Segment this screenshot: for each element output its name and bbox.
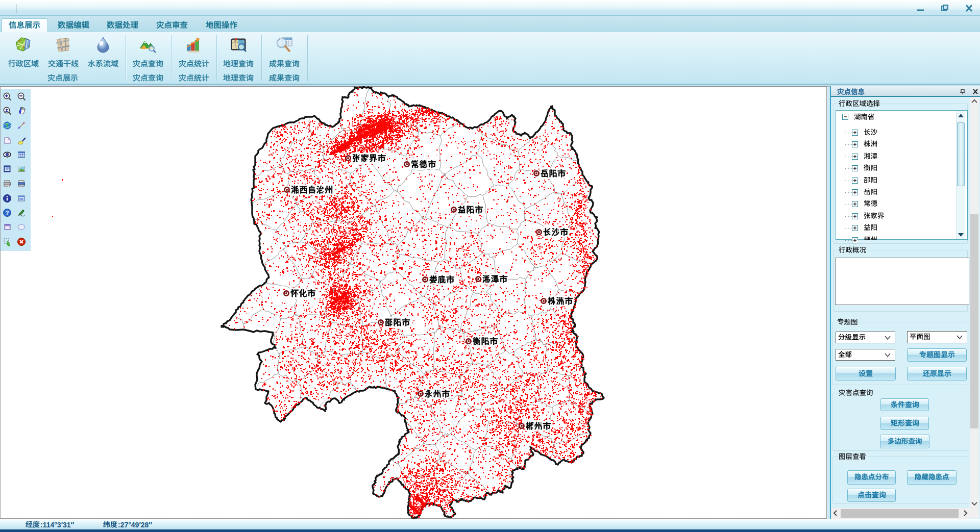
svg-text:?: ?: [6, 210, 9, 216]
